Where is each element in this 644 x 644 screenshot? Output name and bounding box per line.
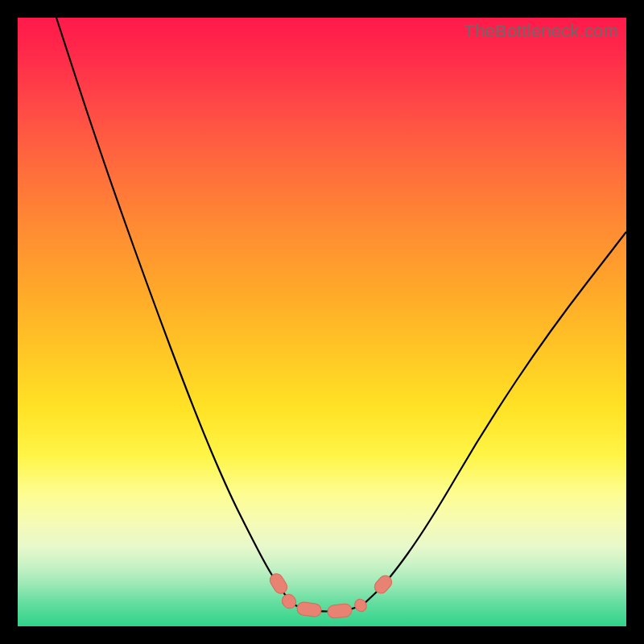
curve-marker <box>327 603 353 618</box>
curve-marker <box>353 597 369 614</box>
curve-marker <box>296 601 322 617</box>
curve-marker <box>372 573 394 597</box>
curve-marker <box>267 572 289 597</box>
watermark-text: TheBottleneck.com <box>464 21 618 42</box>
plot-area: TheBottleneck.com <box>18 18 626 626</box>
chart-frame: TheBottleneck.com <box>0 0 644 644</box>
marker-layer <box>18 18 626 626</box>
curve-marker <box>279 592 299 611</box>
